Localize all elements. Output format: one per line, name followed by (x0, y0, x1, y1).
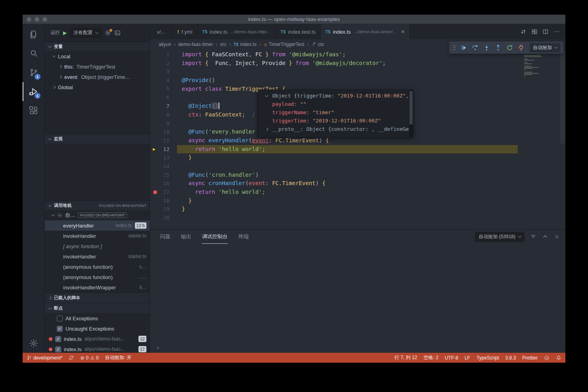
code-editor[interactable]: 1import { FaaSContext, FC } from '@midwa… (150, 50, 565, 229)
sync-changes-button[interactable] (69, 355, 74, 360)
hover-property-row[interactable]: triggerTime: "2019-12-01T16:00:00Z" (258, 117, 413, 125)
twisty-down-icon[interactable] (48, 137, 52, 140)
twisty-down-icon[interactable] (554, 45, 557, 48)
breadcrumb-item[interactable]: ctx (311, 42, 324, 47)
code-line-text[interactable] (177, 214, 518, 222)
stack-frame-row[interactable]: invokeHandlerstarter.ts (45, 231, 150, 241)
variable-row[interactable]: event:Object {triggerTime… (45, 72, 150, 82)
code-line-text[interactable]: } (177, 153, 518, 162)
auto-attach-status[interactable]: 自动附加: 开 (105, 354, 132, 361)
line-number-gutter[interactable]: 10 (150, 128, 177, 136)
variable-row[interactable]: this:TimerTriggerTest (45, 61, 150, 72)
line-number-gutter[interactable]: 3 (150, 67, 177, 76)
titlebar[interactable]: index.ts — open-midway-faas-examples (23, 15, 565, 24)
activity-explorer[interactable] (23, 25, 44, 44)
stack-frame-row[interactable]: invokeHandlerWrapperli… (45, 282, 150, 293)
debug-config-dropdown[interactable]: 没有配置 (70, 28, 102, 38)
git-branch-status[interactable]: development* (27, 355, 62, 361)
close-tab-icon[interactable]: × (401, 29, 404, 35)
panel-tab-output[interactable]: 输出 (181, 229, 191, 244)
section-variables-header[interactable]: 变量 (45, 42, 150, 51)
line-number-gutter[interactable]: 4 (150, 76, 177, 85)
line-number-gutter[interactable]: 7 (150, 102, 177, 111)
split-editor-button[interactable] (542, 29, 549, 35)
twisty-down-icon[interactable] (48, 203, 52, 207)
configure-launch-button[interactable] (105, 30, 111, 36)
twisty-right-icon[interactable] (265, 128, 268, 131)
breakpoint-checkbox[interactable]: ✓ (55, 336, 61, 342)
twisty-right-icon[interactable] (59, 75, 62, 78)
twisty-down-icon[interactable] (52, 54, 56, 57)
line-number-gutter[interactable]: 20 (150, 214, 177, 222)
hover-property-row[interactable]: payload: "" (258, 100, 413, 108)
breadcrumb-item[interactable]: ◇TimerTriggerTest (264, 42, 304, 47)
twisty-down-icon[interactable] (48, 306, 52, 309)
step-out-button[interactable] (493, 42, 503, 53)
debug-session-dropdown[interactable]: 自动附加 (53918) (475, 232, 525, 242)
panel-tab-debug-console[interactable]: 调试控制台 (202, 229, 228, 244)
debug-console-input[interactable]: › (150, 342, 565, 353)
line-number-gutter[interactable]: 18 (150, 197, 177, 205)
twisty-down-icon[interactable] (48, 44, 52, 48)
line-number-gutter[interactable]: 13 (150, 153, 177, 162)
stack-frame-row[interactable]: invokeHandlerstarter.ts (45, 251, 150, 262)
breakpoint-checkbox[interactable]: ✓ (55, 346, 61, 352)
twisty-right-icon[interactable] (52, 86, 56, 89)
twisty-right-icon[interactable] (59, 65, 62, 68)
line-number-gutter[interactable]: 14 (150, 162, 177, 171)
code-line-text[interactable]: import { Func, Inject, Provide } from '@… (177, 59, 518, 68)
scrollbar-slider[interactable] (560, 50, 565, 143)
maximize-panel-button[interactable] (542, 233, 548, 240)
breadcrumb-item[interactable]: aliyun (159, 42, 171, 47)
minimap[interactable] (522, 50, 560, 229)
editor-tab[interactable]: TSindex.ts.../demo-faas-http/... (198, 24, 276, 39)
breadcrumb-item[interactable]: TSindex.ts (234, 42, 257, 47)
stack-frame-row[interactable]: (anonymous function)….. (45, 272, 150, 282)
activity-source-control[interactable]: 1 (23, 63, 44, 82)
hover-property-row[interactable]: triggerName: "timer" (258, 108, 413, 117)
line-number-gutter[interactable]: 1 (150, 50, 177, 59)
editor-scrollbar[interactable] (560, 50, 565, 229)
open-changes-button[interactable] (531, 29, 538, 35)
line-number-gutter[interactable]: 15 (150, 171, 177, 180)
prettier-status[interactable]: Prettier (522, 355, 538, 361)
stack-frame-row[interactable]: [ async function ] (45, 241, 150, 251)
tooltip-scrollbar-slider[interactable] (409, 91, 413, 124)
stack-frame-row[interactable]: (anonymous function)s… (45, 262, 150, 272)
line-number-gutter[interactable]: 19 (150, 205, 177, 214)
code-line-text[interactable]: @Provide() (177, 76, 518, 85)
code-line-text[interactable]: } (177, 197, 518, 205)
ts-version-status[interactable]: 3.8.3 (505, 355, 516, 361)
debug-session-row[interactable]: 自…PAUSED ON BREAKPOINT (45, 210, 150, 220)
activity-extensions[interactable] (23, 101, 44, 120)
code-line-text[interactable] (177, 67, 518, 76)
open-debug-console-button[interactable] (114, 30, 121, 36)
line-number-gutter[interactable]: 6 (150, 93, 177, 102)
line-number-gutter[interactable]: 5 (150, 85, 177, 94)
close-window-button[interactable] (27, 17, 31, 22)
breakpoint-row[interactable]: All Exceptions (45, 313, 150, 323)
restart-button[interactable] (504, 42, 515, 53)
line-number-gutter[interactable]: 2 (150, 59, 177, 68)
twisty-down-icon[interactable] (265, 94, 268, 97)
editor-tab[interactable]: TSindex.test.ts (276, 24, 321, 39)
editor-tab[interactable]: v/... (150, 24, 173, 39)
breakpoint-row[interactable]: ✓Uncaught Exceptions (45, 323, 150, 334)
start-debugging-button[interactable]: ▶ (63, 30, 67, 36)
language-mode-status[interactable]: TypeScript (477, 355, 499, 361)
breakpoint-checkbox[interactable]: ✓ (57, 326, 63, 332)
variable-scope-row[interactable]: Global (45, 82, 150, 92)
step-into-button[interactable] (481, 42, 492, 53)
feedback-button[interactable] (544, 355, 550, 361)
encoding-status[interactable]: UTF-8 (445, 355, 458, 361)
zoom-window-button[interactable] (42, 17, 47, 22)
tooltip-scrollbar[interactable] (409, 90, 413, 137)
problems-status[interactable]: ⊘0⚠0 (80, 355, 98, 361)
code-line-text[interactable]: return 'hello world'; (177, 188, 518, 197)
compare-changes-button[interactable] (520, 29, 527, 35)
disconnect-button[interactable] (516, 42, 526, 53)
line-number-gutter[interactable]: 9 (150, 119, 177, 128)
section-watch-header[interactable]: 监视 (45, 134, 150, 143)
code-line-text[interactable]: async cronHandler(event: FC.TimerEvent) … (177, 179, 518, 188)
panel-tab-problems[interactable]: 问题 (160, 229, 170, 244)
